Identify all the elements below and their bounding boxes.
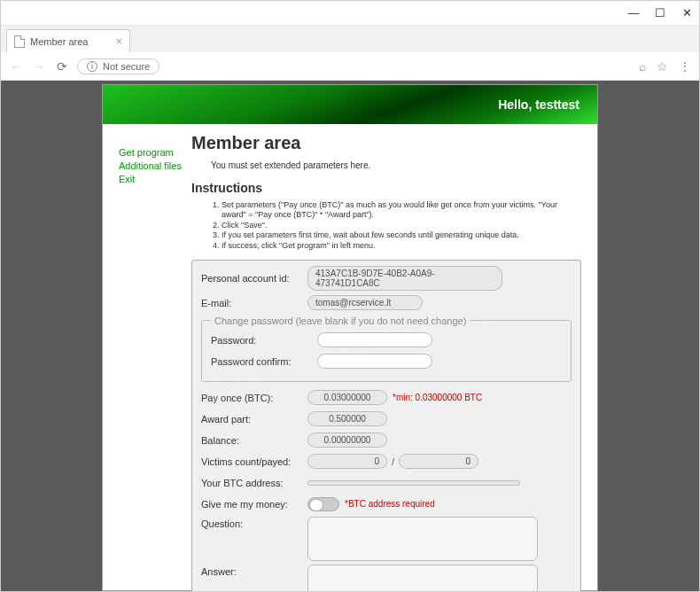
answer-textarea[interactable] (307, 565, 538, 591)
victims-payed: 0 (399, 454, 478, 469)
password-input[interactable] (317, 332, 432, 347)
window-controls: — ☐ ✕ (1, 1, 699, 26)
menu-button[interactable]: ⋮ (679, 59, 692, 74)
viewport: pcrisk.com Hello, testtest Get program A… (1, 81, 699, 591)
password-confirm-label: Password confirm: (211, 356, 317, 367)
reload-button[interactable]: ⟳ (54, 59, 70, 74)
instruction-item: Set parameters ("Pay once (BTC)" as much… (222, 200, 581, 220)
instructions-list: Set parameters ("Pay once (BTC)" as much… (222, 200, 581, 251)
window-close-button[interactable]: ✕ (681, 8, 692, 19)
award-part-label: Award part: (201, 414, 307, 425)
sidebar-item-exit[interactable]: Exit (119, 174, 186, 184)
page-body: Get program Additional files Exit Member… (103, 124, 597, 591)
security-label: Not secure (103, 61, 150, 72)
question-textarea[interactable] (307, 517, 538, 561)
address-bar: ← → ⟳ i Not secure ⌕ ☆ ⋮ (1, 52, 699, 81)
addr-right-controls: ⌕ ☆ ⋮ (639, 59, 692, 74)
main-content: Member area You must set extended parame… (191, 124, 597, 591)
account-id-value: 413A7C1B-9D7E-40B2-A0A9-473741D1CA8C (307, 266, 502, 291)
give-money-label: Give me my money: (201, 499, 307, 510)
instruction-item: If you set parameters first time, wait a… (222, 230, 581, 240)
btc-address-label: Your BTC address: (201, 478, 307, 488)
page-header: Hello, testtest (103, 85, 597, 124)
forward-button[interactable]: → (31, 59, 47, 74)
browser-window: — ☐ ✕ Member area × ← → ⟳ i Not secure ⌕… (0, 0, 700, 592)
minimize-button[interactable]: — (628, 8, 639, 19)
tab-close-button[interactable]: × (115, 35, 122, 48)
intro-text: You must set extended parameters here. (211, 160, 581, 170)
victims-label: Victims count/payed: (201, 456, 307, 467)
question-label: Question: (201, 517, 307, 529)
greeting: Hello, testtest (498, 97, 579, 112)
victims-count: 0 (307, 454, 387, 469)
email-label: E-mail: (201, 298, 307, 308)
info-icon: i (87, 61, 97, 72)
change-password-legend: Change password (leave blank if you do n… (211, 315, 470, 326)
balance-value: 0.00000000 (307, 432, 387, 448)
instructions-title: Instructions (191, 181, 581, 195)
account-id-label: Personal account id: (201, 273, 307, 284)
page-icon (14, 35, 25, 48)
pay-once-value: 0.03000000 (307, 390, 387, 405)
key-icon[interactable]: ⌕ (639, 59, 646, 74)
maximize-button[interactable]: ☐ (655, 8, 665, 19)
sidebar-item-additional-files[interactable]: Additional files (119, 160, 186, 171)
settings-form: Personal account id: 413A7C1B-9D7E-40B2-… (191, 260, 581, 591)
answer-label: Answer: (201, 565, 307, 577)
sidebar-item-get-program[interactable]: Get program (119, 147, 186, 158)
password-label: Password: (211, 335, 317, 346)
browser-tab[interactable]: Member area × (6, 29, 130, 52)
instruction-item: If success, click "Get program" in left … (222, 241, 581, 251)
password-confirm-input[interactable] (317, 354, 432, 369)
back-button[interactable]: ← (8, 59, 24, 74)
balance-label: Balance: (201, 435, 307, 446)
page: Hello, testtest Get program Additional f… (102, 84, 598, 591)
sidebar: Get program Additional files Exit (103, 124, 191, 591)
tab-bar: Member area × (1, 26, 699, 52)
pay-once-label: Pay once (BTC): (201, 393, 307, 403)
star-icon[interactable]: ☆ (657, 59, 668, 74)
instruction-item: Click "Save". (222, 221, 581, 230)
victims-separator: / (392, 456, 394, 467)
award-part-value: 0.500000 (307, 411, 387, 426)
change-password-fieldset: Change password (leave blank if you do n… (201, 315, 572, 382)
email-value: tomas@rcservice.lt (307, 295, 423, 310)
tab-title: Member area (30, 36, 88, 47)
security-pill[interactable]: i Not secure (77, 58, 159, 74)
page-title: Member area (191, 133, 581, 153)
btc-address-value (307, 480, 520, 486)
give-money-toggle[interactable] (307, 497, 339, 511)
pay-once-hint: *min: 0.03000000 BTC (393, 393, 482, 402)
give-money-hint: *BTC address required (345, 499, 435, 509)
